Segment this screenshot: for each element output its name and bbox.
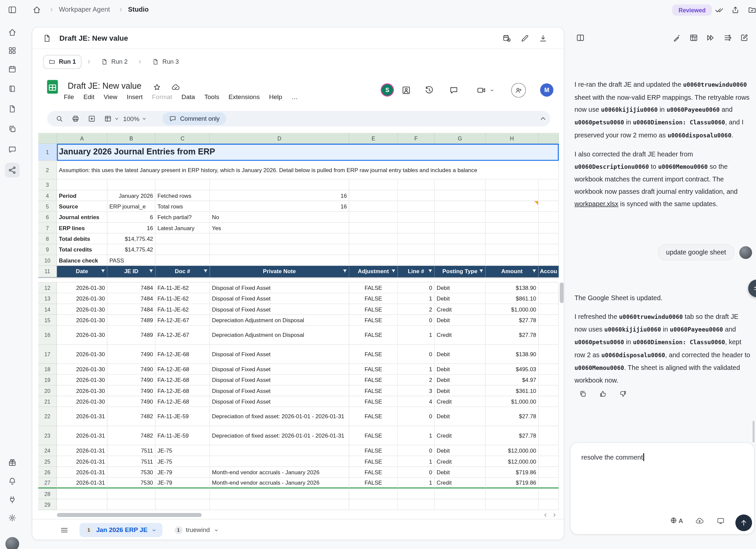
column-header-H[interactable]: H <box>486 133 539 143</box>
zoom-control[interactable]: 100% <box>123 111 147 126</box>
sheet-cell[interactable] <box>435 499 486 510</box>
sheet-cell[interactable] <box>349 212 398 222</box>
sheet-cell[interactable]: Yes <box>210 223 349 233</box>
sheet-cell[interactable] <box>539 223 559 233</box>
sheet-cell[interactable]: Total debits <box>57 233 107 244</box>
sheet-cell[interactable] <box>539 426 559 445</box>
table-header-je-id[interactable]: JE ID <box>107 266 155 277</box>
row-number[interactable]: 27 <box>38 478 57 488</box>
collapse-panel-icon[interactable] <box>8 5 17 14</box>
sheet-cell[interactable]: 16 <box>107 223 155 233</box>
sheet-cell[interactable]: 2026-01-30 <box>57 326 107 345</box>
edit-icon[interactable] <box>520 34 529 42</box>
sheet-cell[interactable]: JE-79 <box>155 467 210 478</box>
share-icon[interactable] <box>731 5 740 14</box>
sheet-cell[interactable]: 7490 <box>107 386 155 396</box>
notifications-icon[interactable] <box>8 477 17 485</box>
row-number[interactable]: 22 <box>38 407 57 426</box>
double-check-icon[interactable] <box>715 5 723 14</box>
sheet-cell[interactable]: FALSE <box>349 304 398 315</box>
sheet-cell[interactable]: FALSE <box>349 375 398 385</box>
column-header-C[interactable]: C <box>155 133 210 143</box>
table-header-doc-[interactable]: Doc # <box>155 266 210 277</box>
sheet-cell[interactable]: 0 <box>398 407 435 426</box>
sheet-cell[interactable] <box>435 212 486 222</box>
sheet-cell[interactable] <box>107 499 155 510</box>
thumbs-down-icon[interactable] <box>619 390 627 398</box>
sheet-cell[interactable]: Journal entries <box>57 212 107 222</box>
sheet-cell[interactable] <box>539 326 559 345</box>
sheet-cell[interactable]: Credit <box>435 396 486 407</box>
sheet-cell[interactable]: 7490 <box>107 345 155 364</box>
row-number[interactable]: 7 <box>38 223 57 233</box>
breadcrumb-home-icon[interactable] <box>32 5 41 14</box>
sheet-cell[interactable]: 2026-01-30 <box>57 304 107 315</box>
sheet-cell[interactable]: FA-12-JE-68 <box>155 345 210 364</box>
sheet-cell[interactable]: $361.10 <box>486 386 539 396</box>
column-header-D[interactable]: D <box>210 133 349 143</box>
column-header-A[interactable]: A <box>57 133 107 143</box>
sheet-cell[interactable] <box>539 489 559 499</box>
all-sheets-icon[interactable] <box>60 526 68 534</box>
sheet-cell[interactable]: Credit <box>435 304 486 315</box>
sheet-cell[interactable]: 2026-01-30 <box>57 315 107 326</box>
sheet-cell[interactable]: FALSE <box>349 478 398 488</box>
horizontal-scrollbar-thumb[interactable] <box>57 513 202 517</box>
calendar-icon[interactable] <box>8 65 17 73</box>
sheet-cell[interactable]: 0 <box>398 467 435 478</box>
menu-tools[interactable]: Tools <box>204 93 219 103</box>
sheet-cell[interactable] <box>486 179 539 190</box>
sheet-cell[interactable] <box>539 283 559 293</box>
filter-icon[interactable] <box>427 268 433 274</box>
sheet-cell[interactable]: 2 <box>398 304 435 315</box>
row-number[interactable]: 16 <box>38 326 57 345</box>
sheet-cell[interactable] <box>486 255 539 266</box>
row-number[interactable]: 17 <box>38 345 57 364</box>
sheet-cell[interactable]: 2026-01-30 <box>57 364 107 375</box>
sheet-cell[interactable] <box>398 233 435 244</box>
sheet-cell[interactable]: $14,775.42 <box>107 244 155 255</box>
sheet-cell[interactable]: Credit <box>435 326 486 345</box>
sheet-cell[interactable]: 7511 <box>107 456 155 467</box>
sheet-cell[interactable] <box>435 255 486 266</box>
sheet-cell[interactable] <box>486 499 539 510</box>
sheet-cell[interactable]: FALSE <box>349 326 398 345</box>
sheet-cell[interactable]: Disposal of Fixed Asset <box>210 386 349 396</box>
sheet-cell[interactable]: 4 <box>398 396 435 407</box>
sheet-cell[interactable]: JE-75 <box>155 445 210 456</box>
column-header-partial[interactable] <box>539 133 559 143</box>
sheet-cell[interactable] <box>210 445 349 456</box>
sheet-cell[interactable]: 2026-01-30 <box>57 386 107 396</box>
sheet-cell[interactable]: 7530 <box>107 478 155 488</box>
sheet-cell[interactable] <box>398 244 435 255</box>
sheet-cell[interactable]: $1,000.00 <box>486 396 539 407</box>
sheet-cell[interactable]: No <box>210 212 349 222</box>
upload-icon[interactable] <box>695 516 704 525</box>
sheet-cell[interactable]: FA-12-JE-68 <box>155 375 210 385</box>
table-lookup-icon[interactable] <box>689 33 698 42</box>
filter-icon[interactable] <box>148 268 154 274</box>
sheet-cell[interactable] <box>435 201 486 212</box>
plugin-icon[interactable] <box>8 495 17 504</box>
menu-insert[interactable]: Insert <box>127 93 143 103</box>
sheet-tab-truewind[interactable]: 1 truewind <box>169 523 225 537</box>
tab-run-1[interactable]: Run 1 <box>43 55 81 69</box>
sheet-cell[interactable]: 0 <box>398 345 435 364</box>
sheet-cell[interactable] <box>539 233 559 244</box>
sheet-cell[interactable]: 1 <box>398 426 435 445</box>
sheet-cell[interactable] <box>435 489 486 499</box>
sheet-cell[interactable] <box>539 456 559 467</box>
sheet-cell[interactable] <box>539 407 559 426</box>
star-icon[interactable] <box>152 83 161 92</box>
sheet-cell[interactable]: Month-end vendor accruals - January 2026 <box>210 467 349 478</box>
sheet-cell[interactable]: $27.78 <box>486 326 539 345</box>
sheet-cell[interactable]: Period <box>57 190 107 201</box>
scroll-left-icon[interactable] <box>542 512 548 518</box>
sheet-cell[interactable]: FALSE <box>349 445 398 456</box>
comments-icon[interactable] <box>449 85 458 95</box>
column-header-G[interactable]: G <box>435 133 486 143</box>
sheet-cell[interactable]: Debit <box>435 445 486 456</box>
sheet-cell[interactable]: FALSE <box>349 467 398 478</box>
table-header-line-[interactable]: Line # <box>398 266 435 277</box>
sheet-cell[interactable] <box>539 244 559 255</box>
